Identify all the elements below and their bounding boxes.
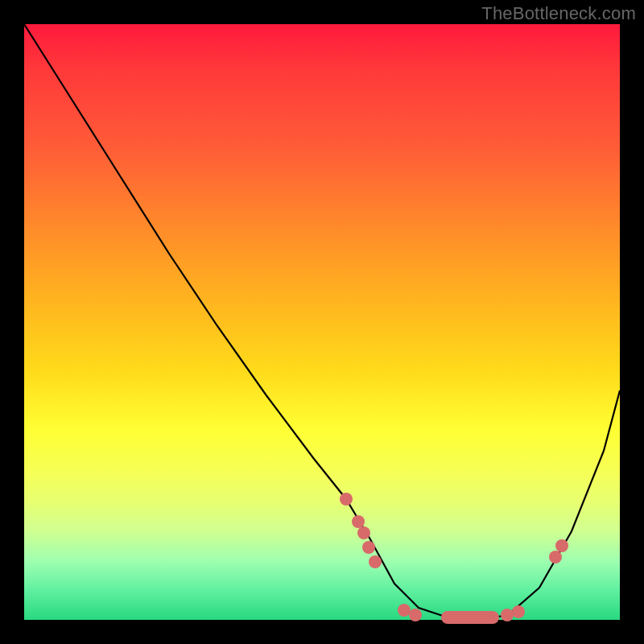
- data-point: [340, 493, 353, 506]
- data-point: [409, 609, 422, 621]
- data-point: [398, 604, 411, 617]
- data-point: [352, 515, 365, 528]
- chart-frame: TheBottleneck.com: [0, 0, 644, 644]
- data-point: [357, 526, 370, 539]
- data-cluster: [441, 611, 499, 624]
- curve-svg: [24, 24, 620, 620]
- curve-markers: [340, 493, 568, 624]
- data-point: [362, 541, 375, 554]
- data-point: [549, 551, 562, 564]
- data-point: [555, 539, 568, 552]
- data-point: [501, 609, 514, 621]
- plot-area: [24, 24, 620, 620]
- data-point: [512, 605, 525, 618]
- watermark-label: TheBottleneck.com: [481, 3, 636, 24]
- bottleneck-curve: [24, 24, 620, 618]
- data-point: [369, 555, 382, 568]
